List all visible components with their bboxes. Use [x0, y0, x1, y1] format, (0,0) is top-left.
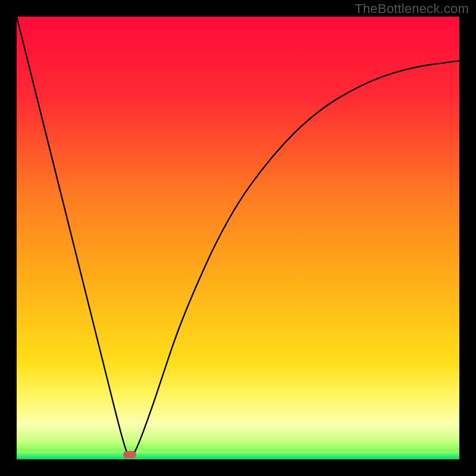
chart-frame: TheBottleneck.com	[0, 0, 476, 476]
curve-path	[17, 17, 459, 456]
plot-area	[17, 17, 459, 459]
optimal-marker	[123, 451, 136, 458]
bottleneck-curve	[17, 17, 459, 459]
watermark-text: TheBottleneck.com	[355, 1, 469, 17]
